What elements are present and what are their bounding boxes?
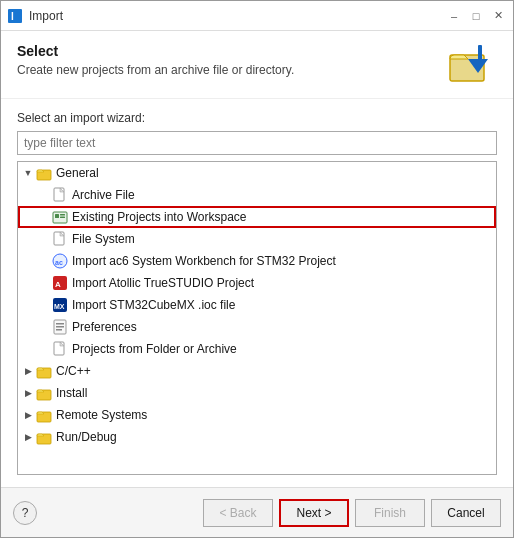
window-controls: – □ ✕ xyxy=(445,7,507,25)
expand-arrow[interactable]: ▶ xyxy=(22,409,34,421)
maximize-button[interactable]: □ xyxy=(467,7,485,25)
expand-arrow[interactable] xyxy=(38,277,50,289)
item-label: Existing Projects into Workspace xyxy=(72,210,247,224)
item-type-icon xyxy=(52,231,68,247)
expand-arrow[interactable] xyxy=(38,189,50,201)
svg-rect-22 xyxy=(54,342,64,355)
item-type-icon xyxy=(52,209,68,225)
item-type-icon: MX xyxy=(52,297,68,313)
expand-arrow[interactable] xyxy=(38,233,50,245)
svg-text:MX: MX xyxy=(54,303,65,310)
close-button[interactable]: ✕ xyxy=(489,7,507,25)
svg-rect-21 xyxy=(56,329,62,331)
expand-arrow[interactable]: ▼ xyxy=(22,167,34,179)
finish-button[interactable]: Finish xyxy=(355,499,425,527)
wizard-tree[interactable]: ▼GeneralArchive FileExisting Projects in… xyxy=(17,161,497,475)
expand-arrow[interactable]: ▶ xyxy=(22,365,34,377)
item-type-icon: ac xyxy=(52,253,68,269)
item-type-icon xyxy=(52,187,68,203)
svg-rect-19 xyxy=(56,323,64,325)
item-type-icon xyxy=(52,341,68,357)
svg-rect-9 xyxy=(60,214,65,216)
help-button[interactable]: ? xyxy=(13,501,37,525)
item-label: Remote Systems xyxy=(56,408,147,422)
tree-item-existing-projects[interactable]: Existing Projects into Workspace xyxy=(18,206,496,228)
tree-item-archive-file[interactable]: Archive File xyxy=(18,184,496,206)
item-type-icon xyxy=(36,385,52,401)
import-dialog: I Import – □ ✕ Select Create new project… xyxy=(0,0,514,538)
svg-rect-6 xyxy=(54,188,64,201)
item-label: Archive File xyxy=(72,188,135,202)
window-title: Import xyxy=(29,9,445,23)
back-button[interactable]: < Back xyxy=(203,499,273,527)
item-type-icon: A xyxy=(52,275,68,291)
tree-item-preferences[interactable]: Preferences xyxy=(18,316,496,338)
item-label: Projects from Folder or Archive xyxy=(72,342,237,356)
next-button[interactable]: Next > xyxy=(279,499,349,527)
app-icon: I xyxy=(7,8,23,24)
header-subtitle: Create new projects from an archive file… xyxy=(17,63,294,77)
tree-item-install[interactable]: ▶Install xyxy=(18,382,496,404)
tree-item-cpp[interactable]: ▶C/C++ xyxy=(18,360,496,382)
item-label: C/C++ xyxy=(56,364,91,378)
expand-arrow[interactable] xyxy=(38,343,50,355)
tree-item-import-ac6[interactable]: acImport ac6 System Workbench for STM32 … xyxy=(18,250,496,272)
expand-arrow[interactable] xyxy=(38,255,50,267)
title-bar: I Import – □ ✕ xyxy=(1,1,513,31)
item-label: Preferences xyxy=(72,320,137,334)
item-type-icon xyxy=(52,319,68,335)
header-section: Select Create new projects from an archi… xyxy=(1,31,513,99)
expand-arrow[interactable] xyxy=(38,211,50,223)
header-text: Select Create new projects from an archi… xyxy=(17,43,294,77)
item-type-icon xyxy=(36,407,52,423)
expand-arrow[interactable]: ▶ xyxy=(22,387,34,399)
tree-item-import-atollic[interactable]: AImport Atollic TrueSTUDIO Project xyxy=(18,272,496,294)
svg-text:A: A xyxy=(55,280,61,289)
item-label: General xyxy=(56,166,99,180)
tree-item-remote[interactable]: ▶Remote Systems xyxy=(18,404,496,426)
item-label: File System xyxy=(72,232,135,246)
header-title: Select xyxy=(17,43,294,59)
item-type-icon xyxy=(36,165,52,181)
item-label: Import Atollic TrueSTUDIO Project xyxy=(72,276,254,290)
expand-arrow[interactable] xyxy=(38,299,50,311)
tree-item-runtimes[interactable]: ▶Run/Debug xyxy=(18,426,496,448)
svg-rect-20 xyxy=(56,326,64,328)
tree-item-projects-folder[interactable]: Projects from Folder or Archive xyxy=(18,338,496,360)
expand-arrow[interactable]: ▶ xyxy=(22,431,34,443)
svg-rect-11 xyxy=(54,232,64,245)
svg-text:I: I xyxy=(11,11,14,22)
tree-item-file-system[interactable]: File System xyxy=(18,228,496,250)
svg-rect-10 xyxy=(60,217,65,219)
minimize-button[interactable]: – xyxy=(445,7,463,25)
cancel-button[interactable]: Cancel xyxy=(431,499,501,527)
bottom-bar: ? < Back Next > Finish Cancel xyxy=(1,487,513,537)
filter-input[interactable] xyxy=(17,131,497,155)
expand-arrow[interactable] xyxy=(38,321,50,333)
tree-item-import-mx[interactable]: MXImport STM32CubeMX .ioc file xyxy=(18,294,496,316)
item-label: Import ac6 System Workbench for STM32 Pr… xyxy=(72,254,336,268)
content-area: Select an import wizard: ▼GeneralArchive… xyxy=(1,99,513,487)
svg-text:ac: ac xyxy=(55,259,63,266)
tree-item-general[interactable]: ▼General xyxy=(18,162,496,184)
item-type-icon xyxy=(36,429,52,445)
filter-label: Select an import wizard: xyxy=(17,111,497,125)
navigation-buttons: < Back Next > Finish Cancel xyxy=(203,499,501,527)
item-label: Install xyxy=(56,386,87,400)
item-type-icon xyxy=(36,363,52,379)
item-label: Run/Debug xyxy=(56,430,117,444)
svg-rect-8 xyxy=(55,214,59,218)
item-label: Import STM32CubeMX .ioc file xyxy=(72,298,235,312)
header-import-icon xyxy=(447,43,497,88)
